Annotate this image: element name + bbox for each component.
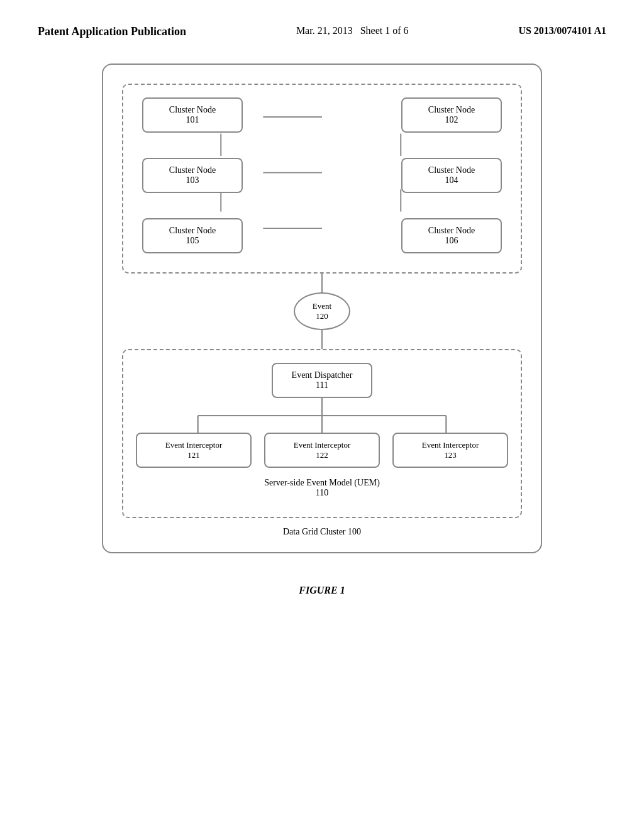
uem-label: Server-side Event Model (UEM) 110 (136, 478, 508, 498)
cluster-nodes-wrapper: Cluster Node 101 Cluster Node 102 Cluste… (142, 97, 502, 253)
cluster-node-102: Cluster Node 102 (401, 97, 502, 133)
dispatcher-row: Event Dispatcher 111 (136, 363, 508, 398)
event-dispatcher-box: Event Dispatcher 111 (272, 363, 373, 398)
cluster-node-101: Cluster Node 101 (142, 97, 243, 133)
dispatcher-lines-svg (136, 398, 508, 433)
data-grid-label: Data Grid Cluster 100 (122, 527, 522, 540)
dispatcher-interceptor-connector (136, 398, 508, 433)
diagram-wrapper: Cluster Node 101 Cluster Node 102 Cluste… (0, 51, 644, 566)
cluster-node-104: Cluster Node 104 (401, 158, 502, 193)
cluster-node-105: Cluster Node 105 (142, 218, 243, 253)
event-area: Event 120 (122, 292, 522, 330)
event-ellipse: Event 120 (294, 292, 350, 330)
event-interceptor-121: Event Interceptor 121 (136, 433, 252, 468)
cluster-to-event-connector (122, 274, 522, 292)
page-header: Patent Application Publication Mar. 21, … (0, 0, 644, 51)
cluster-dashed-box: Cluster Node 101 Cluster Node 102 Cluste… (122, 84, 522, 274)
figure-caption: FIGURE 1 (0, 585, 644, 596)
event-interceptor-122: Event Interceptor 122 (264, 433, 380, 468)
uem-dashed-box: Event Dispatcher 111 (122, 349, 522, 518)
interceptors-row: Event Interceptor 121 Event Interceptor … (136, 433, 508, 468)
publication-type: Patent Application Publication (38, 25, 186, 38)
cluster-node-103: Cluster Node 103 (142, 158, 243, 193)
publication-date: Mar. 21, 2013 Sheet 1 of 6 (296, 25, 409, 36)
event-interceptor-123: Event Interceptor 123 (392, 433, 508, 468)
cluster-node-106: Cluster Node 106 (401, 218, 502, 253)
outer-diagram-box: Cluster Node 101 Cluster Node 102 Cluste… (102, 64, 542, 553)
event-to-uem-connector (122, 330, 522, 349)
publication-number: US 2013/0074101 A1 (518, 25, 606, 36)
